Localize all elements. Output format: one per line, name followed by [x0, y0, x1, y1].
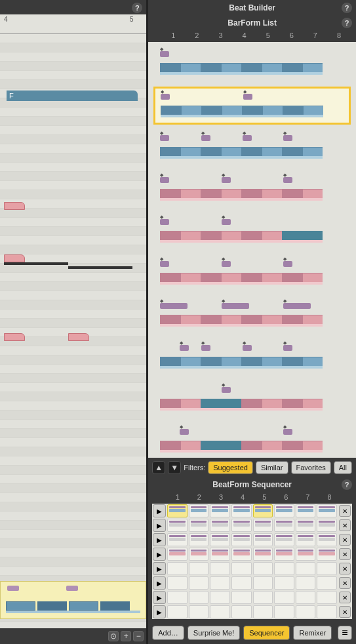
help-icon[interactable]: ? — [342, 3, 352, 13]
seq-cell[interactable] — [317, 533, 337, 546]
seq-cell[interactable] — [317, 504, 337, 517]
seq-cell[interactable] — [253, 533, 273, 546]
seq-clear-row-button[interactable]: ✕ — [339, 592, 351, 603]
seq-cell[interactable] — [317, 576, 337, 590]
seq-clear-row-button[interactable]: ✕ — [339, 606, 351, 618]
seq-play-row-button[interactable]: ▶ — [153, 519, 166, 532]
note[interactable] — [4, 202, 25, 210]
bottom-add-button[interactable]: Add… — [152, 626, 184, 640]
barform-item[interactable] — [153, 380, 351, 418]
seq-cell[interactable] — [274, 605, 294, 618]
help-icon[interactable]: ? — [342, 479, 352, 490]
zoom-out-button[interactable]: − — [133, 631, 144, 641]
filter-similar-button[interactable]: Similar — [256, 461, 288, 474]
seq-cell[interactable] — [296, 591, 316, 604]
seq-cell[interactable] — [189, 591, 209, 604]
seq-cell[interactable] — [167, 605, 188, 618]
help-icon[interactable]: ? — [342, 18, 352, 28]
barform-item[interactable] — [153, 129, 351, 167]
seq-cell[interactable] — [189, 548, 209, 561]
barform-item[interactable] — [153, 296, 351, 334]
seq-cell[interactable] — [231, 519, 252, 532]
seq-clear-row-button[interactable]: ✕ — [339, 577, 351, 589]
barform-item[interactable] — [153, 422, 351, 458]
barform-item[interactable] — [153, 171, 351, 209]
seq-cell[interactable] — [296, 548, 316, 561]
help-icon[interactable]: ? — [132, 3, 142, 13]
filter-favorites-button[interactable]: Favorites — [291, 461, 331, 474]
seq-cell[interactable] — [274, 576, 294, 590]
zoom-in-button[interactable]: + — [121, 631, 131, 641]
seq-cell[interactable] — [231, 562, 252, 575]
seq-cell[interactable] — [167, 591, 188, 604]
seq-cell[interactable] — [317, 591, 337, 604]
note[interactable] — [4, 254, 25, 262]
seq-cell[interactable] — [189, 605, 209, 618]
seq-cell[interactable] — [167, 548, 188, 561]
seq-cell[interactable] — [274, 533, 294, 546]
barform-item[interactable] — [153, 212, 351, 251]
seq-clear-row-button[interactable]: ✕ — [339, 505, 351, 517]
seq-cell[interactable] — [253, 591, 273, 604]
seq-cell[interactable] — [210, 576, 230, 590]
seq-play-row-button[interactable]: ▶ — [153, 591, 166, 604]
seq-cell[interactable] — [274, 519, 294, 532]
seq-cell[interactable] — [231, 576, 252, 590]
seq-cell[interactable] — [296, 519, 316, 532]
barform-list[interactable] — [148, 42, 356, 458]
note[interactable] — [68, 333, 89, 341]
seq-cell[interactable] — [210, 533, 230, 546]
seq-cell[interactable] — [210, 562, 230, 575]
seq-cell[interactable] — [253, 605, 273, 618]
seq-cell[interactable] — [210, 504, 230, 517]
seq-cell[interactable] — [296, 533, 316, 546]
barform-item[interactable] — [153, 87, 351, 125]
seq-cell[interactable] — [274, 504, 294, 517]
seq-cell[interactable] — [253, 519, 273, 532]
seq-cell[interactable] — [167, 576, 188, 590]
seq-cell[interactable] — [317, 562, 337, 575]
zoom-fit-button[interactable]: ⊙ — [108, 631, 119, 641]
filter-all-button[interactable]: All — [334, 461, 352, 474]
seq-cell[interactable] — [317, 519, 337, 532]
seq-cell[interactable] — [167, 533, 188, 546]
seq-cell[interactable] — [296, 562, 316, 575]
nav-up-button[interactable]: ▲ — [152, 461, 165, 474]
seq-clear-row-button[interactable]: ✕ — [339, 534, 351, 546]
note[interactable] — [4, 333, 25, 341]
barform-item[interactable] — [153, 45, 351, 83]
seq-play-row-button[interactable]: ▶ — [153, 548, 166, 561]
seq-cell[interactable] — [274, 591, 294, 604]
seq-cell[interactable] — [210, 548, 230, 561]
seq-cell[interactable] — [253, 562, 273, 575]
seq-clear-row-button[interactable]: ✕ — [339, 519, 351, 531]
seq-clear-row-button[interactable]: ✕ — [339, 563, 351, 574]
note-label[interactable]: F — [7, 91, 138, 101]
seq-clear-row-button[interactable]: ✕ — [339, 548, 351, 560]
seq-cell[interactable] — [189, 504, 209, 517]
seq-cell[interactable] — [231, 548, 252, 561]
filter-suggested-button[interactable]: Suggested — [208, 461, 253, 474]
seq-cell[interactable] — [274, 548, 294, 561]
bottom-sequencerbutton[interactable]: Sequencer — [243, 626, 290, 640]
seq-cell[interactable] — [189, 533, 209, 546]
seq-cell[interactable] — [231, 533, 252, 546]
seq-play-row-button[interactable]: ▶ — [153, 504, 166, 517]
seq-cell[interactable] — [296, 504, 316, 517]
seq-cell[interactable] — [210, 591, 230, 604]
seq-cell[interactable] — [317, 605, 337, 618]
seq-play-row-button[interactable]: ▶ — [153, 605, 166, 618]
menu-icon[interactable]: ≡ — [338, 626, 352, 640]
seq-cell[interactable] — [253, 504, 273, 517]
seq-cell[interactable] — [231, 605, 252, 618]
seq-play-row-button[interactable]: ▶ — [153, 562, 166, 575]
seq-cell[interactable] — [253, 576, 273, 590]
barform-item[interactable] — [153, 338, 351, 376]
bottom-remixerbutton[interactable]: Remixer — [293, 626, 332, 640]
seq-cell[interactable] — [189, 576, 209, 590]
seq-cell[interactable] — [274, 562, 294, 575]
seq-cell[interactable] — [231, 591, 252, 604]
seq-cell[interactable] — [317, 548, 337, 561]
piano-roll[interactable]: F — [0, 34, 146, 628]
seq-cell[interactable] — [210, 605, 230, 618]
